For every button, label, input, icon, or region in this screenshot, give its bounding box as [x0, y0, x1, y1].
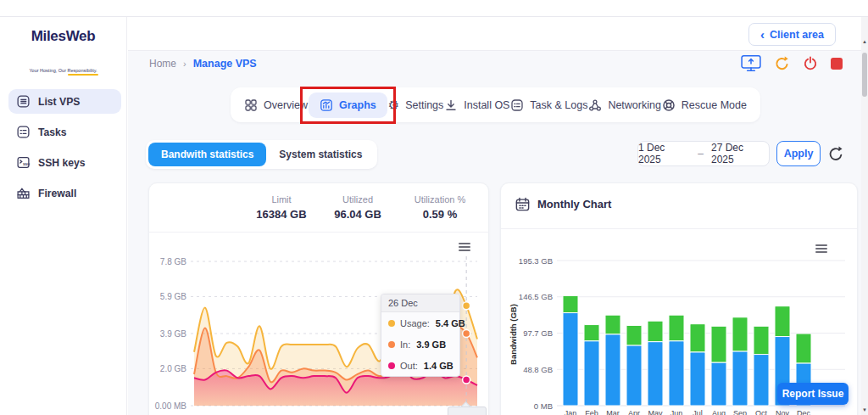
- tab-label: Settings: [405, 99, 443, 111]
- bandwidth-statistics-toggle[interactable]: Bandwith statistics: [148, 143, 266, 166]
- chart-tooltip: 26 Dec Usage: 5.4 GB In: 3.9 GB Out: 1.4…: [381, 294, 460, 377]
- tab-networking[interactable]: Networking: [588, 98, 661, 112]
- graphs-chart-icon: [320, 98, 333, 112]
- tab-graphs[interactable]: Graphs: [309, 93, 387, 118]
- stat-utilization-pct: Utilization % 0.59 %: [397, 194, 483, 221]
- svg-text:Dec: Dec: [797, 409, 811, 415]
- monthly-chart-title: Monthly Chart: [537, 198, 611, 210]
- tab-settings[interactable]: ⚙ Settings: [388, 98, 444, 111]
- date-range-picker[interactable]: 1 Dec 2025 – 27 Dec 2025: [637, 141, 770, 166]
- tab-task-logs[interactable]: Task & Logs: [510, 98, 587, 112]
- svg-text:Bandwidth (GB): Bandwidth (GB): [509, 304, 518, 365]
- stop-icon[interactable]: [831, 58, 843, 70]
- chevron-left-icon: ‹: [760, 28, 765, 41]
- bandwidth-stats: Limit 16384 GB Utilized 96.04 GB Utiliza…: [244, 194, 483, 221]
- breadcrumb-current: Manage VPS: [193, 58, 257, 70]
- statistics-toggle: Bandwith statistics System statistics: [146, 140, 377, 169]
- svg-text:Jun: Jun: [670, 409, 683, 415]
- tasks-icon: [16, 125, 31, 139]
- svg-text:5.9 GB: 5.9 GB: [160, 292, 186, 301]
- svg-text:48.8 GB: 48.8 GB: [523, 365, 553, 374]
- power-icon[interactable]: [803, 56, 818, 71]
- refresh-charts-icon[interactable]: [827, 145, 844, 162]
- sidebar-item-tasks[interactable]: Tasks: [8, 120, 121, 144]
- monthly-chart-card: Monthly Chart 195.3 GB146.5 GB97.7 GB48.…: [500, 182, 858, 415]
- tab-label: Install OS: [464, 99, 509, 111]
- svg-text:Jul: Jul: [693, 409, 703, 415]
- refresh-vps-icon[interactable]: [774, 55, 790, 71]
- svg-text:May: May: [648, 409, 663, 415]
- ssh-keys-icon: SSH: [16, 155, 31, 170]
- stat-label: Limit: [248, 194, 315, 205]
- tooltip-label: Usage:: [400, 318, 430, 328]
- report-issue-button[interactable]: Report Issue: [777, 383, 849, 405]
- tab-overview[interactable]: Overview: [244, 98, 308, 112]
- svg-text:0.00 MB: 0.00 MB: [155, 401, 187, 411]
- main-header: ‹ Client area: [128, 17, 861, 51]
- tab-label: Rescue Mode: [682, 99, 747, 111]
- svg-text:SSH: SSH: [23, 163, 30, 166]
- usage-dot-icon: [388, 320, 395, 327]
- sidebar-item-list-vps[interactable]: List VPS: [8, 89, 121, 114]
- sidebar-item-label: SSH keys: [38, 157, 86, 169]
- vps-action-icons: [741, 54, 843, 72]
- stat-label: Utilized: [322, 194, 393, 205]
- svg-text:Apr: Apr: [628, 409, 640, 415]
- tab-install-os[interactable]: Install OS: [444, 98, 509, 112]
- scroll-up-icon[interactable]: ▲: [861, 39, 868, 44]
- hover-axis-label-box: [448, 407, 487, 415]
- settings-gear-icon: ⚙: [388, 98, 399, 111]
- apply-button[interactable]: Apply: [776, 141, 821, 166]
- firewall-icon: [16, 186, 31, 200]
- card-divider: [149, 232, 488, 233]
- scroll-down-icon[interactable]: ▼: [861, 407, 868, 412]
- breadcrumb-separator-icon: ›: [183, 59, 186, 69]
- svg-text:Mar: Mar: [606, 409, 620, 415]
- client-area-button[interactable]: ‹ Client area: [748, 23, 836, 46]
- tab-graphs-wrap: Graphs: [309, 93, 387, 118]
- sidebar-item-label: List VPS: [38, 96, 80, 108]
- svg-text:Sep: Sep: [733, 409, 747, 415]
- svg-text:195.3 GB: 195.3 GB: [519, 256, 553, 266]
- sidebar: MilesWeb Your Hosting, Our Responsibilit…: [0, 17, 127, 415]
- stat-label: Utilization %: [400, 194, 480, 205]
- card-divider: [501, 228, 857, 229]
- svg-text:2.0 GB: 2.0 GB: [160, 364, 186, 373]
- stat-value: 0.59 %: [400, 208, 480, 221]
- tab-label: Overview: [264, 99, 308, 111]
- sidebar-item-label: Tasks: [38, 126, 67, 138]
- date-range-start: 1 Dec 2025: [638, 142, 690, 165]
- tooltip-date: 26 Dec: [381, 294, 459, 312]
- svg-text:97.7 GB: 97.7 GB: [523, 328, 553, 338]
- scrollbar-thumb[interactable]: [862, 53, 867, 97]
- breadcrumb: Home › Manage VPS: [149, 58, 257, 70]
- sidebar-item-ssh-keys[interactable]: SSH SSH keys: [8, 150, 121, 175]
- svg-text:3.9 GB: 3.9 GB: [160, 329, 186, 339]
- in-dot-icon: [388, 341, 395, 348]
- tab-rescue-mode[interactable]: Rescue Mode: [662, 98, 747, 112]
- monthly-chart-header: Monthly Chart: [515, 196, 611, 212]
- vertical-scrollbar[interactable]: ▲ ▼: [861, 17, 868, 415]
- svg-text:Aug: Aug: [712, 409, 726, 415]
- out-dot-icon: [388, 362, 395, 369]
- sidebar-item-firewall[interactable]: Firewall: [8, 181, 121, 205]
- svg-text:Oct: Oct: [755, 409, 768, 415]
- stat-utilized: Utilized 96.04 GB: [319, 194, 397, 221]
- list-vps-icon: [16, 94, 31, 109]
- tooltip-row-out: Out: 1.4 GB: [381, 355, 459, 376]
- brand-tagline: Your Hosting, Our Responsibility.: [29, 68, 97, 73]
- sidebar-item-label: Firewall: [38, 188, 76, 199]
- date-range-separator: –: [698, 148, 704, 160]
- tab-label: Networking: [608, 99, 661, 111]
- stat-value: 96.04 GB: [322, 208, 393, 221]
- tab-label: Task & Logs: [530, 99, 587, 111]
- tab-bar: Overview Graphs ⚙ Settings Install OS: [231, 87, 760, 122]
- breadcrumb-home[interactable]: Home: [149, 58, 176, 70]
- console-launch-icon[interactable]: [741, 54, 761, 72]
- system-statistics-toggle[interactable]: System statistics: [266, 143, 375, 166]
- svg-text:0 MB: 0 MB: [534, 401, 553, 411]
- tooltip-value: 1.4 GB: [424, 361, 453, 371]
- task-logs-checklist-icon: [510, 98, 524, 112]
- svg-text:Nov: Nov: [776, 409, 790, 415]
- tab-label: Graphs: [339, 99, 376, 111]
